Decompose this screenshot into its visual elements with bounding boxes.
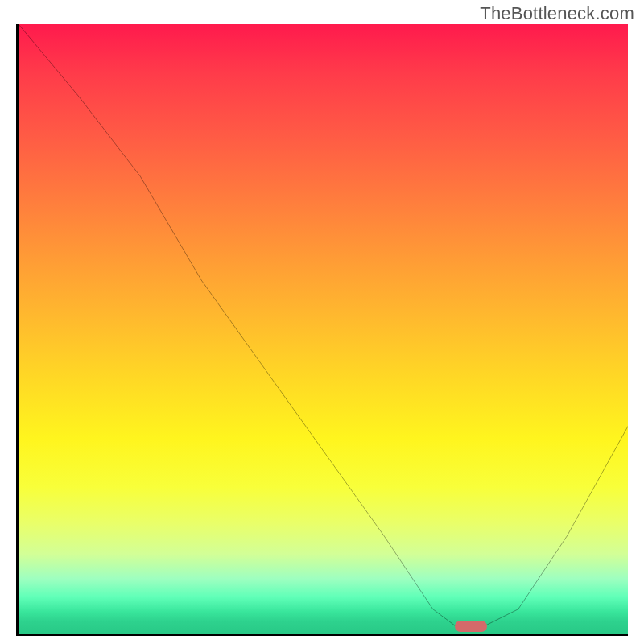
plot-area (16, 24, 628, 636)
chart-container: TheBottleneck.com (0, 0, 644, 644)
bottleneck-curve (19, 24, 628, 634)
optimal-point-marker (455, 621, 487, 632)
watermark-label: TheBottleneck.com (480, 3, 634, 24)
